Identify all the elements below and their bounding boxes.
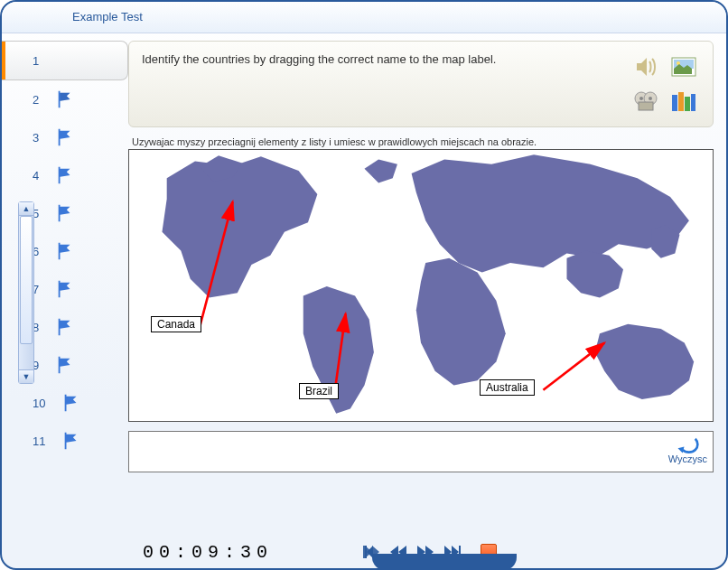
library-icon[interactable] <box>667 87 700 116</box>
timer-display: 00:09:30 <box>143 542 273 563</box>
scroll-thumb[interactable] <box>20 216 33 344</box>
flag-icon <box>55 317 75 337</box>
svg-point-7 <box>649 97 652 100</box>
svg-rect-10 <box>685 97 690 111</box>
flag-icon <box>61 431 81 451</box>
flag-icon <box>55 355 75 375</box>
nav-item-number: 4 <box>33 169 39 182</box>
svg-rect-9 <box>678 92 684 111</box>
svg-rect-8 <box>672 95 677 111</box>
instruction-text: Uzywajac myszy przeciagnij elementy z li… <box>132 136 714 147</box>
app-window: Example Test ▲ ▼ 1 2 3 4 <box>0 0 728 570</box>
svg-rect-5 <box>639 102 653 110</box>
clear-label: Wyczysc <box>668 453 707 464</box>
nav-item-number: 3 <box>33 131 39 145</box>
svg-line-14 <box>543 343 604 390</box>
title-bar: Example Test <box>2 2 726 33</box>
image-icon[interactable] <box>667 52 700 81</box>
nav-item-3[interactable]: 3 <box>2 118 128 156</box>
question-text: Identify the countries by dragging the c… <box>142 52 621 116</box>
world-map[interactable]: Canada Brazil Australia <box>128 149 714 422</box>
video-icon[interactable] <box>630 87 662 116</box>
map-label-canada[interactable]: Canada <box>151 316 201 332</box>
flag-icon <box>55 165 75 185</box>
world-map-svg <box>129 150 713 422</box>
svg-point-6 <box>639 97 643 100</box>
map-label-brazil[interactable]: Brazil <box>299 383 339 399</box>
app-title: Example Test <box>72 10 143 23</box>
nav-item-4[interactable]: 4 <box>2 156 128 194</box>
question-panel: Identify the countries by dragging the c… <box>128 33 726 539</box>
flag-icon <box>55 279 75 299</box>
flag-icon <box>55 241 75 261</box>
nav-item-number: 2 <box>33 93 39 107</box>
media-icons <box>630 52 700 116</box>
nav-item-number: 11 <box>33 435 45 448</box>
flag-icon <box>61 393 81 413</box>
question-nav: ▲ ▼ 1 2 3 4 5 <box>2 33 128 539</box>
nav-scrollbar[interactable]: ▲ ▼ <box>18 201 34 384</box>
flag-icon <box>55 203 75 223</box>
map-label-australia[interactable]: Australia <box>480 379 535 396</box>
flag-icon <box>55 89 75 109</box>
flag-icon <box>55 127 75 147</box>
nav-item-10[interactable]: 10 <box>2 384 128 422</box>
content-body: ▲ ▼ 1 2 3 4 5 <box>2 33 726 539</box>
nav-item-2[interactable]: 2 <box>2 80 128 118</box>
audio-icon[interactable] <box>630 52 662 81</box>
scroll-up-arrow[interactable]: ▲ <box>19 202 33 216</box>
clear-button[interactable]: Wyczysc <box>668 434 707 464</box>
svg-rect-11 <box>691 94 695 111</box>
nav-item-number: 1 <box>33 54 39 68</box>
answer-dropzone[interactable]: Wyczysc <box>128 431 714 472</box>
bottom-tab <box>372 554 517 570</box>
question-header: Identify the countries by dragging the c… <box>128 41 714 127</box>
nav-item-number: 10 <box>33 397 45 410</box>
scroll-down-arrow[interactable]: ▼ <box>19 369 33 383</box>
nav-item-1[interactable]: 1 <box>2 41 128 80</box>
nav-item-11[interactable]: 11 <box>2 422 128 460</box>
